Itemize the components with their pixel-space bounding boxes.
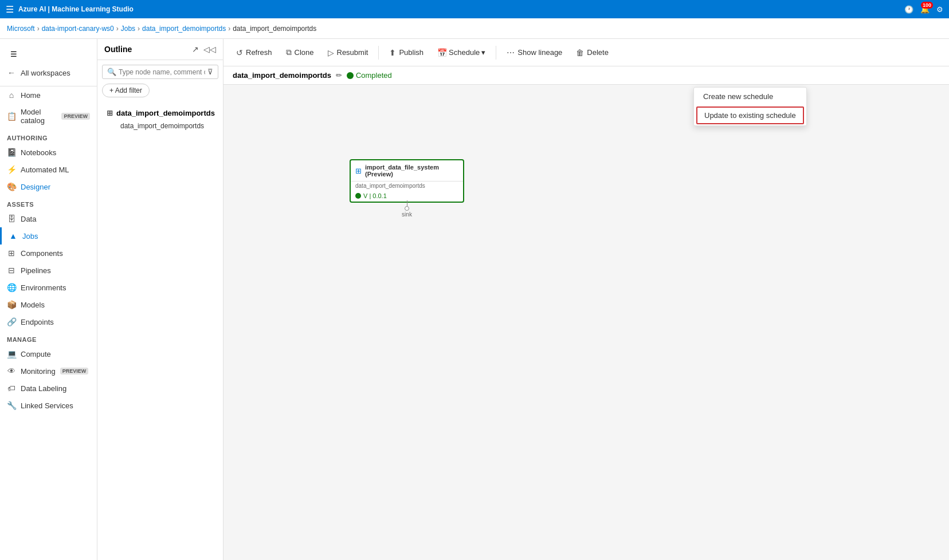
node-status-dot — [355, 193, 361, 199]
publish-button[interactable]: ⬆ Publish — [383, 45, 429, 60]
outline-panel: Outline ↗ ◁◁ 🔍 ⊽ + Add filter ⊞ data_imp… — [97, 39, 223, 560]
sidebar-menu-btn[interactable]: ☰ — [5, 45, 23, 63]
settings-icon[interactable]: ⚙ — [936, 5, 943, 14]
environments-icon: 🌐 — [7, 283, 16, 292]
toolbar: ↺ Refresh ⧉ Clone ▷ Resubmit ⬆ Publish 📅… — [223, 39, 949, 66]
outline-title: Outline — [104, 45, 132, 54]
search-input[interactable] — [119, 68, 205, 76]
sidebar-item-models[interactable]: 📦 Models — [0, 296, 97, 313]
breadcrumb-current: data_import_demoimportds — [233, 25, 316, 33]
sidebar-item-environments[interactable]: 🌐 Environments — [0, 279, 97, 296]
tree-root-icon: ⊞ — [107, 109, 113, 117]
manage-section-label: Manage — [0, 330, 97, 345]
jobs-icon: ▲ — [9, 231, 18, 240]
topbar-left: ☰ Azure AI | Machine Learning Studio — [6, 4, 134, 15]
breadcrumb-jobs[interactable]: Jobs — [121, 25, 135, 33]
clone-icon: ⧉ — [286, 48, 292, 57]
sidebar-item-data[interactable]: 🗄 Data — [0, 210, 97, 227]
designer-icon: 🎨 — [7, 182, 16, 191]
schedule-dropdown-chevron: ▾ — [481, 48, 485, 57]
main-area: ↺ Refresh ⧉ Clone ▷ Resubmit ⬆ Publish 📅… — [223, 39, 949, 560]
sidebar-top: ☰ ← All workspaces — [0, 39, 97, 86]
dropdown-update-existing-schedule[interactable]: Update to existing schedule — [696, 107, 804, 124]
outline-export-icon[interactable]: ↗ — [192, 45, 199, 54]
data-icon: 🗄 — [7, 214, 16, 223]
outline-tree: ⊞ data_import_demoimportds data_import_d… — [97, 102, 223, 137]
resubmit-button[interactable]: ▷ Resubmit — [322, 45, 374, 60]
app-title: Azure AI | Machine Learning Studio — [18, 5, 134, 13]
toolbar-separator-2 — [496, 46, 496, 60]
status-dot — [347, 72, 354, 79]
topbar-right: 🕐 🔔 100 ⚙ — [904, 5, 943, 14]
canvas[interactable]: ⊞ import_data_file_system (Preview) data… — [223, 85, 949, 560]
components-icon: ⊞ — [7, 249, 16, 258]
tree-root-item[interactable]: ⊞ data_import_demoimportds — [102, 107, 218, 120]
linked-services-icon: 🔧 — [7, 401, 16, 410]
sidebar-item-back[interactable]: ← All workspaces — [0, 64, 97, 81]
edit-icon[interactable]: ✏ — [336, 71, 342, 80]
node-title-block: import_data_file_system (Preview) — [365, 164, 458, 178]
model-catalog-preview-badge: PREVIEW — [61, 113, 90, 120]
authoring-section-label: Authoring — [0, 129, 97, 144]
sidebar-item-automated-ml[interactable]: ⚡ Automated ML — [0, 161, 97, 178]
sidebar-item-data-labeling[interactable]: 🏷 Data Labeling — [0, 380, 97, 397]
node-header: ⊞ import_data_file_system (Preview) — [351, 160, 463, 182]
filter-icon[interactable]: ⊽ — [207, 68, 213, 76]
monitoring-icon: 👁 — [7, 366, 16, 376]
sidebar-item-model-catalog[interactable]: 📋 Model catalog PREVIEW — [0, 104, 97, 129]
tree-child-item[interactable]: data_import_demoimportds — [102, 120, 218, 132]
delete-button[interactable]: 🗑 Delete — [570, 45, 614, 60]
topbar: ☰ Azure AI | Machine Learning Studio 🕐 🔔… — [0, 0, 949, 18]
sidebar-item-home[interactable]: ⌂ Home — [0, 86, 97, 104]
breadcrumb: Microsoft › data-import-canary-ws0 › Job… — [0, 18, 949, 39]
node-icon: ⊞ — [355, 167, 362, 175]
outline-collapse-icon[interactable]: ◁◁ — [203, 45, 216, 54]
compute-icon: 💻 — [7, 349, 16, 358]
models-icon: 📦 — [7, 300, 16, 309]
dropdown-create-new-schedule[interactable]: Create new schedule — [694, 88, 806, 105]
home-icon: ⌂ — [7, 90, 16, 100]
toolbar-separator-1 — [378, 46, 379, 60]
job-name: data_import_demoimportds — [233, 71, 331, 80]
sidebar-item-jobs[interactable]: ▲ Jobs — [0, 227, 97, 244]
notification-bell[interactable]: 🔔 100 — [920, 5, 930, 14]
breadcrumb-workspace[interactable]: data-import-canary-ws0 — [42, 25, 114, 33]
assets-section-label: Assets — [0, 195, 97, 210]
sidebar-item-linked-services[interactable]: 🔧 Linked Services — [0, 397, 97, 414]
menu-icon[interactable]: ☰ — [6, 4, 14, 15]
model-catalog-icon: 📋 — [7, 112, 16, 121]
sidebar-item-designer[interactable]: 🎨 Designer — [0, 178, 97, 195]
monitoring-preview-badge: PREVIEW — [60, 368, 89, 374]
sidebar-item-notebooks[interactable]: 📓 Notebooks — [0, 144, 97, 161]
notification-count: 100 — [921, 2, 933, 9]
app-layout: ☰ ← All workspaces ⌂ Home 📋 Model catalo… — [0, 39, 949, 560]
outline-search-box[interactable]: 🔍 ⊽ — [102, 65, 218, 79]
clock-icon[interactable]: 🕐 — [904, 5, 913, 14]
sidebar-item-pipelines[interactable]: ⊟ Pipelines — [0, 262, 97, 279]
delete-icon: 🗑 — [576, 48, 584, 57]
node-label: sink — [402, 211, 412, 218]
refresh-button[interactable]: ↺ Refresh — [230, 45, 278, 60]
node-title: import_data_file_system (Preview) — [365, 164, 458, 178]
publish-icon: ⬆ — [389, 48, 396, 57]
breadcrumb-microsoft[interactable]: Microsoft — [7, 25, 35, 33]
outline-header: Outline ↗ ◁◁ — [97, 39, 223, 60]
breadcrumb-job-parent[interactable]: data_import_demoimportds — [142, 25, 226, 33]
show-lineage-button[interactable]: ⋯ Show lineage — [501, 45, 568, 60]
refresh-icon: ↺ — [236, 48, 243, 57]
search-icon: 🔍 — [107, 68, 116, 76]
outline-header-icons: ↗ ◁◁ — [192, 45, 216, 54]
add-filter-button[interactable]: + Add filter — [102, 84, 150, 97]
sidebar-item-endpoints[interactable]: 🔗 Endpoints — [0, 313, 97, 330]
job-status-badge: Completed — [347, 71, 392, 80]
connector-line — [407, 200, 407, 206]
sidebar: ☰ ← All workspaces ⌂ Home 📋 Model catalo… — [0, 39, 97, 560]
schedule-button[interactable]: 📅 Schedule ▾ — [432, 45, 491, 60]
sidebar-item-components[interactable]: ⊞ Components — [0, 244, 97, 262]
lineage-icon: ⋯ — [507, 48, 515, 57]
pipeline-node[interactable]: ⊞ import_data_file_system (Preview) data… — [350, 159, 464, 203]
sidebar-item-compute[interactable]: 💻 Compute — [0, 345, 97, 362]
node-subtitle: data_import_demoimportds — [351, 182, 463, 190]
clone-button[interactable]: ⧉ Clone — [280, 45, 320, 60]
sidebar-item-monitoring[interactable]: 👁 Monitoring PREVIEW — [0, 362, 97, 380]
